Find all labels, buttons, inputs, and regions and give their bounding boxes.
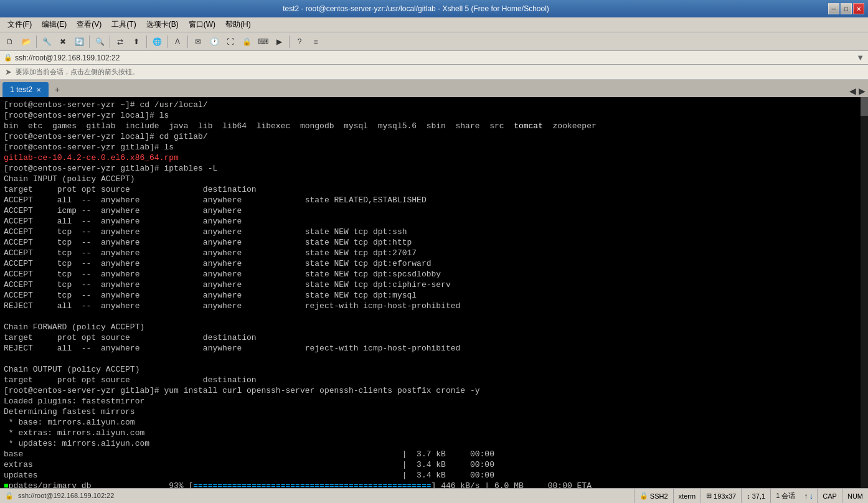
tab-close-button[interactable]: ✕ [36, 87, 41, 93]
toolbar-sep-6 [187, 35, 188, 48]
status-arrows: ↑ ↓ [800, 491, 817, 501]
term-line-6: [root@centos-server-yzr gitlab]# iptable… [4, 163, 857, 174]
menu-bar: 文件(F) 编辑(E) 查看(V) 工具(T) 选项卡(B) 窗口(W) 帮助(… [0, 17, 868, 32]
menu-tabs[interactable]: 选项卡(B) [141, 18, 184, 31]
status-sessions: 1 会话 [770, 489, 800, 504]
term-line-36: ■pdates/primary_db 93% [================… [4, 481, 857, 488]
tab-bar: 1 test2 ✕ + ◀ ▶ [0, 80, 868, 97]
status-ssh-label: SSH2 [650, 492, 668, 500]
status-cap-label: CAP [823, 492, 837, 500]
term-line-30: * base: mirrors.aliyun.com [4, 417, 857, 428]
disconnect-button[interactable]: ✖ [55, 34, 70, 49]
status-pos-text: 37,1 [752, 492, 765, 500]
properties-button[interactable]: 🔧 [39, 34, 54, 49]
term-line-32: * updates: mirrors.aliyun.com [4, 438, 857, 449]
tab-add-button[interactable]: + [51, 83, 64, 96]
fullscreen-button[interactable]: ⛶ [223, 34, 238, 49]
term-line-18: ACCEPT tcp -- anywhere anywhere state NE… [4, 290, 857, 301]
status-num: NUM [842, 489, 868, 504]
term-line-28: Loaded plugins: fastestmirror [4, 396, 857, 407]
term-line-20 [4, 311, 857, 322]
term-line-5: gitlab-ce-10.4.2-ce.0.el6.x86_64.rpm [4, 153, 857, 163]
compose-button[interactable]: ✉ [191, 34, 205, 49]
term-line-15: ACCEPT tcp -- anywhere anywhere state NE… [4, 258, 857, 269]
menu-window[interactable]: 窗口(W) [184, 18, 220, 31]
term-line-35: updates | 3.4 kB 00:00 [4, 470, 857, 481]
maximize-button[interactable]: □ [841, 3, 852, 14]
extra-button[interactable]: ≡ [308, 34, 323, 49]
tab-prev-button[interactable]: ◀ [849, 86, 856, 96]
menu-view[interactable]: 查看(V) [72, 18, 106, 31]
terminal[interactable]: [root@centos-server-yzr ~]# cd /usr/loca… [0, 97, 868, 488]
term-line-34: extras | 3.4 kB 00:00 [4, 459, 857, 470]
app-container: test2 - root@centos-server-yzr:/usr/loca… [0, 0, 868, 503]
hint-text: 要添加当前会话，点击左侧的箭头按钮。 [16, 67, 139, 77]
term-line-31: * extras: mirrors.aliyun.com [4, 428, 857, 438]
status-sessions-text: 1 会话 [776, 491, 795, 501]
status-down-arrow[interactable]: ↓ [809, 491, 814, 501]
globe-button[interactable]: 🌐 [149, 34, 164, 49]
term-line-14: ACCEPT tcp -- anywhere anywhere state NE… [4, 248, 857, 258]
status-term-label: xterm [679, 492, 696, 500]
status-ssh-type: 🔒 SSH2 [634, 489, 673, 504]
term-line-4: [root@centos-server-yzr gitlab]# ls [4, 142, 857, 153]
term-line-12: ACCEPT tcp -- anywhere anywhere state NE… [4, 227, 857, 237]
status-pos-icon: ↕ [747, 492, 750, 500]
address-bar: 🔒 ssh://root@192.168.199.102:22 ▼ [0, 51, 868, 65]
close-button[interactable]: ✕ [853, 3, 864, 14]
find-button[interactable]: 🔍 [92, 34, 107, 49]
term-line-21: Chain FORWARD (policy ACCEPT) [4, 322, 857, 332]
session-hint: ➤ 要添加当前会话，点击左侧的箭头按钮。 [0, 65, 868, 80]
term-line-25: Chain OUTPUT (policy ACCEPT) [4, 364, 857, 375]
open-button[interactable]: 📂 [19, 34, 34, 49]
term-line-8: target prot opt source destination [4, 184, 857, 195]
term-line-11: ACCEPT all -- anywhere anywhere [4, 216, 857, 227]
history-button[interactable]: 🕐 [207, 34, 222, 49]
toolbar-sep-4 [146, 35, 147, 48]
term-line-10: ACCEPT icmp -- anywhere anywhere [4, 205, 857, 216]
menu-tools[interactable]: 工具(T) [106, 18, 141, 31]
tab-test2[interactable]: 1 test2 ✕ [2, 82, 49, 97]
term-line-16: ACCEPT tcp -- anywhere anywhere state NE… [4, 269, 857, 280]
status-num-label: NUM [847, 492, 863, 500]
transfer-button[interactable]: ⇄ [113, 34, 128, 49]
hint-icon: ➤ [5, 67, 12, 77]
keyboard-button[interactable]: ⌨ [255, 34, 270, 49]
term-line-23: REJECT all -- anywhere anywhere reject-w… [4, 343, 857, 354]
scrollbar-thumb[interactable] [861, 97, 868, 116]
title-bar-text: test2 - root@centos-server-yzr:/usr/loca… [4, 4, 828, 13]
upload-button[interactable]: ⬆ [129, 34, 144, 49]
tab-label: 1 test2 [10, 85, 32, 94]
help-button[interactable]: ? [292, 34, 307, 49]
toolbar-sep-2 [89, 35, 90, 48]
menu-help[interactable]: 帮助(H) [220, 18, 256, 31]
term-line-29: Determining fastest mirrors [4, 407, 857, 417]
term-line-13: ACCEPT tcp -- anywhere anywhere state NE… [4, 237, 857, 248]
term-line-0: [root@centos-server-yzr ~]# cd /usr/loca… [4, 100, 857, 110]
menu-edit[interactable]: 编辑(E) [37, 18, 72, 31]
status-up-arrow[interactable]: ↑ [804, 491, 808, 501]
toolbar-sep-7 [289, 35, 290, 48]
new-session-button[interactable]: 🗋 [2, 34, 17, 49]
term-line-3: [root@centos-server-yzr local]# cd gitla… [4, 131, 857, 142]
title-bar: test2 - root@centos-server-yzr:/usr/loca… [0, 0, 868, 17]
term-line-27: [root@centos-server-yzr gitlab]# yum ins… [4, 385, 857, 396]
menu-file[interactable]: 文件(F) [2, 18, 37, 31]
lock-icon: 🔒 [4, 54, 12, 62]
tab-next-button[interactable]: ▶ [859, 86, 866, 96]
status-dim-text: 193x37 [714, 492, 736, 500]
terminal-scrollbar[interactable] [861, 97, 868, 488]
reconnect-button[interactable]: 🔄 [72, 34, 87, 49]
status-dimensions: ⊞ 193x37 [701, 489, 741, 504]
macro-button[interactable]: ▶ [271, 34, 286, 49]
term-line-7: Chain INPUT (policy ACCEPT) [4, 174, 857, 184]
address-dropdown-icon[interactable]: ▼ [856, 53, 864, 62]
term-line-19: REJECT all -- anywhere anywhere reject-w… [4, 301, 857, 311]
font-button[interactable]: A [170, 34, 185, 49]
lock-button[interactable]: 🔒 [239, 34, 254, 49]
term-line-1: [root@centos-server-yzr local]# ls [4, 110, 857, 121]
minimize-button[interactable]: ─ [828, 3, 839, 14]
status-ssh-icon: 🔒 [639, 492, 648, 500]
status-term: xterm [673, 489, 701, 504]
tab-nav: ◀ ▶ [849, 86, 866, 96]
